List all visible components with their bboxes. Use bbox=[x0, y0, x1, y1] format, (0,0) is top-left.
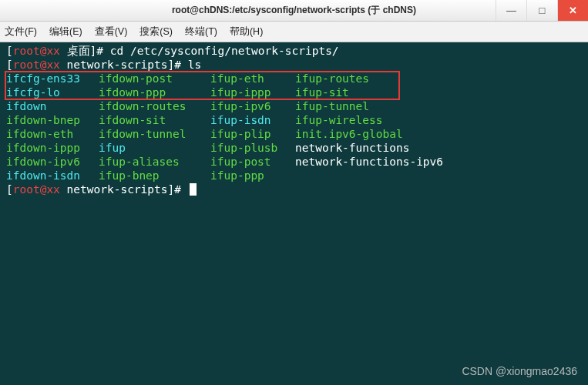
menu-terminal[interactable]: 终端(T) bbox=[185, 25, 217, 38]
ls-entry: init.ipv6-global bbox=[295, 127, 403, 141]
ls-entry: ifdown-sit bbox=[99, 113, 210, 127]
ls-row: ifcfg-ens33ifdown-postifup-ethifup-route… bbox=[6, 72, 582, 85]
ls-entry: ifup-ippp bbox=[210, 85, 295, 99]
ls-entry: ifup-wireless bbox=[295, 113, 383, 127]
ls-entry: ifdown bbox=[6, 99, 99, 113]
ls-entry: ifcfg-lo bbox=[6, 85, 99, 99]
ls-entry: ifdown-bnep bbox=[6, 113, 99, 127]
ls-entry: ifup-bnep bbox=[99, 169, 210, 182]
ls-entry: ifdown-ppp bbox=[99, 85, 210, 99]
ls-entry: ifdown-isdn bbox=[6, 169, 99, 182]
ls-entry: ifdown-routes bbox=[99, 99, 210, 113]
command-text: ls bbox=[181, 59, 201, 71]
prompt-line-1: [root@xx 桌面]# cd /etc/sysconfig/network-… bbox=[6, 44, 582, 58]
ls-row: ifdownifdown-routesifup-ipv6ifup-tunnel bbox=[6, 99, 582, 113]
ls-entry: ifdown-eth bbox=[6, 127, 99, 141]
ls-entry: ifdown-ippp bbox=[6, 141, 99, 155]
maximize-button[interactable]: □ bbox=[526, 0, 557, 21]
ls-entry: ifup-isdn bbox=[210, 113, 295, 127]
ls-entry: ifup-routes bbox=[295, 72, 369, 85]
ls-entry: ifcfg-ens33 bbox=[6, 72, 99, 85]
menu-help[interactable]: 帮助(H) bbox=[230, 25, 263, 38]
window-controls: — □ ✕ bbox=[496, 0, 588, 21]
ls-entry: ifup-tunnel bbox=[295, 99, 369, 113]
ls-entry: ifdown-ipv6 bbox=[6, 155, 99, 169]
ls-entry: ifup-post bbox=[210, 155, 295, 169]
watermark-text: CSDN @xiongmao2436 bbox=[462, 365, 577, 377]
menu-view[interactable]: 查看(V) bbox=[95, 25, 128, 38]
window-title: root@chDNS:/etc/sysconfig/network-script… bbox=[172, 4, 416, 17]
close-button[interactable]: ✕ bbox=[557, 0, 588, 21]
minimize-button[interactable]: — bbox=[496, 0, 526, 21]
menu-file[interactable]: 文件(F) bbox=[5, 25, 37, 38]
ls-entry: ifdown-post bbox=[99, 72, 210, 85]
ls-entry: ifup-ipv6 bbox=[210, 99, 295, 113]
menu-search[interactable]: 搜索(S) bbox=[139, 25, 173, 38]
ls-entry: ifup bbox=[99, 141, 210, 155]
ls-row: ifdown-ipv6ifup-aliasesifup-postnetwork-… bbox=[6, 155, 582, 169]
ls-row: ifcfg-loifdown-pppifup-ipppifup-sit bbox=[6, 85, 582, 99]
ls-row: ifdown-bnepifdown-sitifup-isdnifup-wirel… bbox=[6, 113, 582, 127]
terminal-area[interactable]: [root@xx 桌面]# cd /etc/sysconfig/network-… bbox=[0, 42, 588, 203]
ls-entry: ifup-plusb bbox=[210, 141, 295, 155]
ls-entry: ifup-plip bbox=[210, 127, 295, 141]
prompt-line-2: [root@xx network-scripts]# ls bbox=[6, 58, 582, 72]
ls-entry: network-functions-ipv6 bbox=[295, 155, 443, 169]
ls-output: ifcfg-ens33ifdown-postifup-ethifup-route… bbox=[6, 72, 582, 182]
command-text: cd /etc/sysconfig/network-scripts/ bbox=[103, 45, 339, 57]
ls-entry: network-functions bbox=[295, 141, 409, 155]
ls-row: ifdown-isdnifup-bnepifup-ppp bbox=[6, 169, 582, 182]
menu-edit[interactable]: 编辑(E) bbox=[49, 25, 82, 38]
terminal-cursor bbox=[190, 183, 197, 196]
ls-entry: ifup-aliases bbox=[99, 155, 210, 169]
ls-row: ifdown-ethifdown-tunnelifup-plipinit.ipv… bbox=[6, 127, 582, 141]
ls-entry: ifup-sit bbox=[295, 85, 349, 99]
ls-entry: ifup-eth bbox=[210, 72, 295, 85]
ls-entry: ifdown-tunnel bbox=[99, 127, 210, 141]
ls-entry: ifup-ppp bbox=[210, 169, 295, 182]
ls-row: ifdown-ipppifupifup-plusbnetwork-functio… bbox=[6, 141, 582, 155]
prompt-line-3: [root@xx network-scripts]# bbox=[6, 182, 582, 196]
menubar: 文件(F) 编辑(E) 查看(V) 搜索(S) 终端(T) 帮助(H) bbox=[0, 22, 588, 42]
window-titlebar: root@chDNS:/etc/sysconfig/network-script… bbox=[0, 0, 588, 22]
